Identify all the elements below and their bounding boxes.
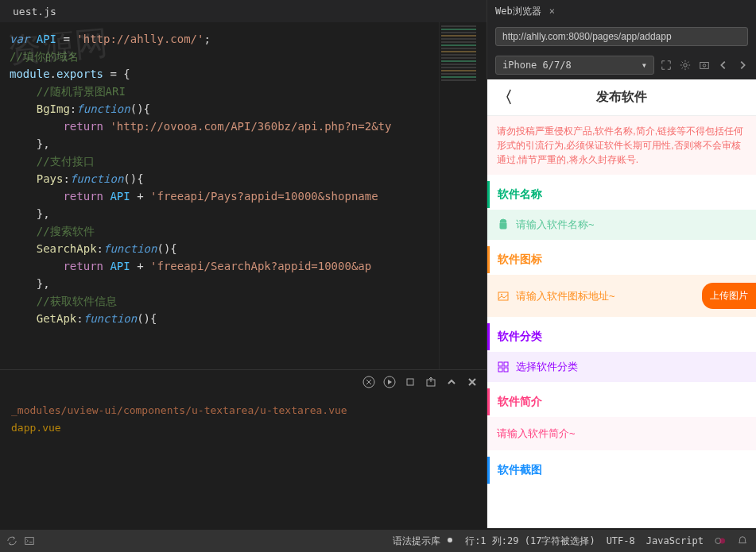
name-input[interactable]: 请输入软件名称~ xyxy=(516,218,746,232)
section-title: 软件简介 xyxy=(498,395,748,409)
svg-point-6 xyxy=(703,64,706,68)
url-bar xyxy=(487,22,756,51)
close-icon[interactable] xyxy=(466,376,479,388)
icon-input[interactable]: 请输入软件图标地址~ xyxy=(516,289,696,303)
syntax-hint[interactable]: 语法提示库 xyxy=(393,535,454,548)
clear-icon[interactable] xyxy=(362,376,375,388)
expand-icon[interactable] xyxy=(661,60,672,71)
svg-rect-9 xyxy=(498,362,502,366)
device-toolbar: iPhone 6/7/8 ▾ xyxy=(487,51,756,79)
language-mode[interactable]: JavaScript xyxy=(646,535,704,546)
section-title: 软件图标 xyxy=(498,253,748,267)
browser-pane: Web浏览器 × iPhone 6/7/8 ▾ 〈 发布软件 xyxy=(487,0,756,528)
terminal-line: dapp.vue xyxy=(11,419,475,437)
sync-icon[interactable] xyxy=(6,535,17,546)
chevron-down-icon: ▾ xyxy=(642,60,647,71)
grid-icon xyxy=(497,361,510,373)
icon-input-row[interactable]: 请输入软件图标地址~ 上传图片 xyxy=(487,275,756,317)
svg-point-4 xyxy=(684,64,687,67)
terminal-icon[interactable] xyxy=(24,535,35,546)
browser-tab-label[interactable]: Web浏览器 xyxy=(495,5,541,18)
chevron-up-icon[interactable] xyxy=(445,376,458,388)
encoding[interactable]: UTF-8 xyxy=(607,535,635,546)
arrow-right-icon[interactable] xyxy=(737,60,748,71)
mobile-preview: 〈 发布软件 请勿投稿严重侵权产品,软件名称,简介,链接等不得包括任何形式的引流… xyxy=(487,79,756,528)
code-content[interactable]: var API = 'http://ahlly.com/';//填你的域名mod… xyxy=(0,22,439,369)
page-header: 〈 发布软件 xyxy=(487,79,756,116)
svg-point-14 xyxy=(448,538,452,542)
svg-rect-11 xyxy=(498,368,502,372)
status-bar: 语法提示库 行:1 列:29 (17字符被选择) UTF-8 JavaScrip… xyxy=(0,530,756,552)
terminal-panel: _modules/uview-ui/components/u-textarea/… xyxy=(0,369,487,528)
svg-rect-10 xyxy=(504,362,508,366)
preview-icon[interactable] xyxy=(715,535,726,546)
svg-rect-5 xyxy=(700,63,709,69)
editor-tabs: uest.js xyxy=(0,0,487,22)
android-icon xyxy=(497,218,510,231)
code-editor[interactable]: 资源网 var API = 'http://ahlly.com/';//填你的域… xyxy=(0,22,487,369)
section-title: 软件名称 xyxy=(498,187,748,202)
gear-icon[interactable] xyxy=(680,60,691,71)
image-icon xyxy=(497,290,510,303)
export-icon[interactable] xyxy=(425,376,437,388)
terminal-toolbar xyxy=(0,370,487,394)
play-icon[interactable] xyxy=(383,376,396,388)
category-select[interactable]: 选择软件分类 xyxy=(516,360,746,374)
stop-icon[interactable] xyxy=(404,376,417,388)
screenshot-icon[interactable] xyxy=(699,60,710,71)
terminal-output[interactable]: _modules/uview-ui/components/u-textarea/… xyxy=(0,394,487,445)
editor-tab[interactable]: uest.js xyxy=(6,2,63,21)
svg-rect-2 xyxy=(407,379,413,385)
browser-tab-bar: Web浏览器 × xyxy=(487,0,756,22)
section-name: 软件名称 xyxy=(487,181,756,208)
svg-point-16 xyxy=(719,538,725,544)
name-input-row[interactable]: 请输入软件名称~ xyxy=(487,210,756,240)
category-select-row[interactable]: 选择软件分类 xyxy=(487,352,756,382)
section-title: 软件分类 xyxy=(498,330,748,344)
svg-rect-13 xyxy=(25,538,34,545)
section-category: 软件分类 xyxy=(487,323,756,350)
section-intro: 软件简介 xyxy=(487,388,756,415)
notice-banner: 请勿投稿严重侵权产品,软件名称,简介,链接等不得包括任何形式的引流行为,必须保证… xyxy=(487,116,756,175)
intro-textarea[interactable]: 请输入软件简介~ xyxy=(487,417,756,450)
close-icon[interactable]: × xyxy=(549,6,555,17)
upload-button[interactable]: 上传图片 xyxy=(702,283,756,309)
section-screenshot: 软件截图 xyxy=(487,457,756,484)
arrow-left-icon[interactable] xyxy=(718,60,729,71)
cursor-position[interactable]: 行:1 列:29 (17字符被选择) xyxy=(465,535,595,548)
svg-point-8 xyxy=(501,294,502,295)
page-title: 发布软件 xyxy=(596,89,647,106)
svg-rect-12 xyxy=(504,368,508,372)
url-input[interactable] xyxy=(495,27,748,46)
section-icon: 软件图标 xyxy=(487,246,756,273)
terminal-line: _modules/uview-ui/components/u-textarea/… xyxy=(11,402,475,419)
bell-icon[interactable] xyxy=(737,535,748,546)
editor-pane: uest.js 资源网 var API = 'http://ahlly.com/… xyxy=(0,0,487,528)
minimap[interactable] xyxy=(439,22,487,369)
back-icon[interactable]: 〈 xyxy=(497,87,513,108)
device-selector[interactable]: iPhone 6/7/8 ▾ xyxy=(495,56,654,75)
section-title: 软件截图 xyxy=(498,463,748,477)
